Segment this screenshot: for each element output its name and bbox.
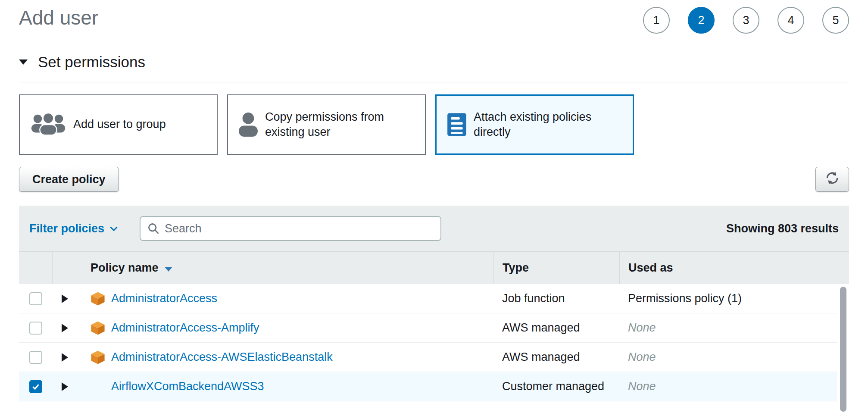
page-title: Add user bbox=[19, 6, 98, 29]
column-policy-name[interactable]: Policy name bbox=[53, 252, 493, 284]
expand-row-icon[interactable] bbox=[62, 353, 68, 362]
collapse-caret-icon bbox=[19, 59, 28, 65]
policy-used-as: None bbox=[619, 380, 837, 393]
expand-row-icon[interactable] bbox=[62, 382, 68, 391]
managed-policy-icon bbox=[91, 321, 105, 335]
column-policy-name-label: Policy name bbox=[91, 261, 159, 275]
chevron-down-icon bbox=[109, 226, 118, 232]
option-label: Add user to group bbox=[73, 117, 166, 132]
policy-document-icon bbox=[447, 113, 467, 137]
filter-policies-dropdown[interactable]: Filter policies bbox=[29, 222, 118, 235]
managed-policy-icon bbox=[91, 291, 105, 306]
expand-row-icon[interactable] bbox=[62, 294, 68, 303]
option-copy-permissions[interactable]: Copy permissions from existing user bbox=[227, 94, 426, 155]
policy-type: Customer managed bbox=[493, 380, 619, 393]
table-header-row: Policy name Type Used as bbox=[19, 251, 849, 284]
policy-used-as: Permissions policy (1) bbox=[619, 292, 837, 305]
group-icon bbox=[30, 113, 66, 136]
sort-descending-icon bbox=[165, 267, 172, 272]
policy-used-as: None bbox=[619, 321, 837, 335]
option-label: Attach existing policies directly bbox=[474, 110, 622, 140]
policy-used-as: None bbox=[619, 350, 837, 364]
column-type[interactable]: Type bbox=[493, 252, 619, 284]
filter-bar: Filter policies Showing 803 results bbox=[19, 206, 849, 251]
row-checkbox[interactable] bbox=[29, 322, 42, 335]
option-add-user-to-group[interactable]: Add user to group bbox=[19, 94, 218, 155]
policy-name-link[interactable]: AdministratorAccess bbox=[111, 292, 217, 305]
policy-type: AWS managed bbox=[493, 321, 619, 335]
add-user-page: Add user 1 2 3 4 5 Set permissions bbox=[0, 0, 868, 413]
permission-option-cards: Add user to group Copy permissions from … bbox=[19, 94, 849, 155]
section-divider bbox=[19, 82, 849, 82]
column-used-as[interactable]: Used as bbox=[619, 252, 849, 284]
policy-search-input[interactable] bbox=[165, 222, 434, 235]
single-user-icon bbox=[238, 113, 258, 137]
policies-panel: Filter policies Showing 803 results Poli… bbox=[19, 206, 849, 401]
expand-row-icon[interactable] bbox=[62, 324, 68, 332]
set-permissions-section-header[interactable]: Set permissions bbox=[19, 53, 849, 71]
create-policy-button[interactable]: Create policy bbox=[19, 167, 119, 192]
results-count: Showing 803 results bbox=[726, 222, 839, 235]
section-title: Set permissions bbox=[38, 53, 145, 71]
select-all-column bbox=[19, 252, 53, 284]
policy-name-link[interactable]: AdministratorAccess-AWSElasticBeanstalk bbox=[111, 350, 333, 364]
wizard-step-1[interactable]: 1 bbox=[643, 7, 670, 34]
policy-type: Job function bbox=[493, 292, 619, 305]
refresh-button[interactable] bbox=[815, 167, 849, 192]
search-icon bbox=[147, 222, 159, 235]
table-body: AdministratorAccess Job function Permiss… bbox=[19, 284, 849, 401]
refresh-icon bbox=[825, 171, 840, 188]
row-checkbox[interactable] bbox=[29, 351, 42, 364]
row-checkbox-checked[interactable] bbox=[29, 380, 42, 393]
policy-search-box[interactable] bbox=[140, 216, 441, 241]
policy-type: AWS managed bbox=[493, 350, 619, 364]
check-icon bbox=[31, 382, 41, 391]
wizard-steps: 1 2 3 4 5 bbox=[643, 7, 849, 34]
policy-name-link[interactable]: AdministratorAccess-Amplify bbox=[111, 321, 259, 335]
wizard-step-3[interactable]: 3 bbox=[733, 7, 759, 34]
table-row[interactable]: AdministratorAccess-AWSElasticBeanstalk … bbox=[19, 343, 837, 372]
filter-policies-label: Filter policies bbox=[29, 222, 104, 235]
vertical-scrollbar-thumb[interactable] bbox=[840, 287, 846, 412]
table-row[interactable]: AdministratorAccess-Amplify AWS managed … bbox=[19, 313, 837, 343]
managed-policy-icon bbox=[91, 350, 105, 365]
wizard-step-4[interactable]: 4 bbox=[777, 7, 804, 34]
table-row[interactable]: AdministratorAccess Job function Permiss… bbox=[19, 284, 837, 313]
option-label: Copy permissions from existing user bbox=[265, 110, 415, 140]
policy-name-link[interactable]: AirflowXComBackendAWSS3 bbox=[111, 380, 264, 393]
policy-toolbar: Create policy bbox=[19, 167, 849, 192]
wizard-step-2-active[interactable]: 2 bbox=[688, 7, 715, 34]
page-header: Add user 1 2 3 4 5 bbox=[19, 0, 849, 34]
row-checkbox[interactable] bbox=[29, 292, 42, 305]
table-row-selected[interactable]: AirflowXComBackendAWSS3 Customer managed… bbox=[19, 372, 837, 401]
wizard-step-5[interactable]: 5 bbox=[822, 7, 849, 34]
option-attach-existing-policies[interactable]: Attach existing policies directly bbox=[435, 94, 634, 155]
